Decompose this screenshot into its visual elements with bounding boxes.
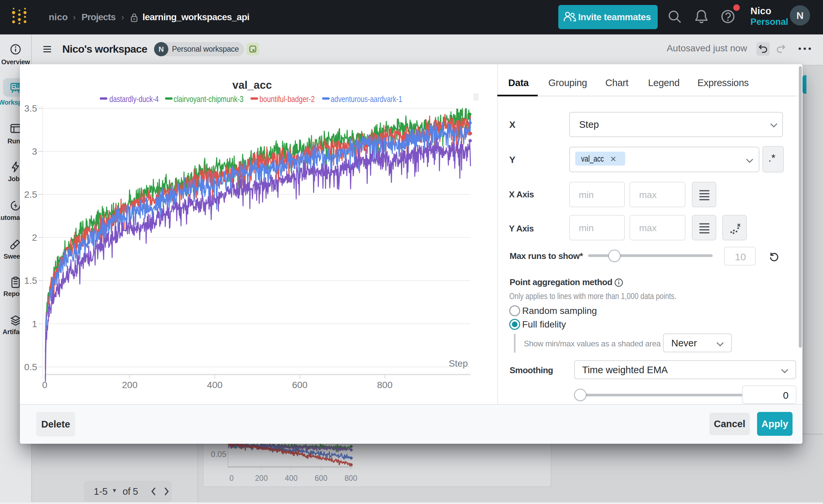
svg-text:3.5: 3.5: [24, 103, 37, 113]
svg-text:1.5: 1.5: [24, 275, 37, 286]
svg-text:400: 400: [285, 474, 298, 483]
svg-text:0.05: 0.05: [211, 450, 226, 459]
svg-text:1: 1: [32, 319, 37, 329]
svg-text:adventurous-aardvark-1: adventurous-aardvark-1: [331, 94, 402, 104]
svg-text:600: 600: [292, 380, 308, 390]
svg-text:2.5: 2.5: [24, 189, 37, 200]
svg-text:clairvoyant-chipmunk-3: clairvoyant-chipmunk-3: [174, 94, 243, 104]
svg-text:2: 2: [32, 232, 37, 243]
svg-text:200: 200: [122, 380, 138, 390]
svg-text:600: 600: [315, 474, 327, 483]
svg-text:0: 0: [42, 380, 47, 390]
svg-text:800: 800: [377, 380, 392, 390]
svg-text:Step: Step: [449, 358, 468, 368]
svg-text:0.5: 0.5: [24, 362, 37, 372]
svg-text:400: 400: [207, 380, 223, 390]
svg-text:800: 800: [345, 474, 357, 483]
svg-text:200: 200: [255, 474, 268, 483]
svg-text:3: 3: [32, 147, 37, 157]
svg-text:val_acc: val_acc: [232, 79, 272, 91]
svg-text:dastardly-duck-4: dastardly-duck-4: [109, 94, 159, 104]
svg-text:0: 0: [229, 474, 234, 483]
svg-text:bountiful-badger-2: bountiful-badger-2: [260, 94, 315, 104]
